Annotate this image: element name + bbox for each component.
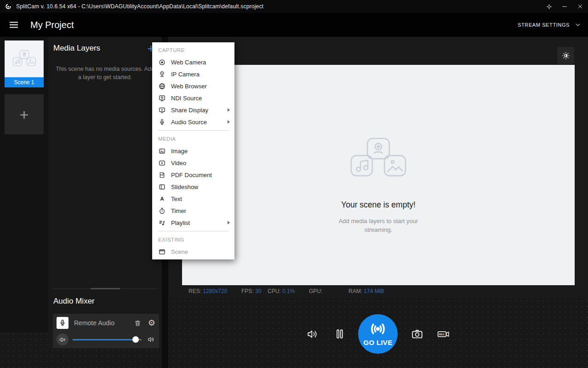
menu-divider — [158, 130, 228, 131]
menu-item-timer[interactable]: Timer — [152, 205, 234, 217]
submenu-arrow-icon — [228, 108, 230, 112]
go-live-button[interactable]: GO LIVE — [358, 314, 398, 354]
window-title: SplitCam v. 10.6.54 x64 - C:\Users\WDAGU… — [16, 3, 263, 10]
menu-item-label: Web Camera — [171, 59, 206, 66]
submenu-arrow-icon — [228, 221, 230, 224]
scenes-sidebar: Scene 1 + — [0, 37, 48, 332]
slideshow-icon — [158, 183, 166, 191]
menu-item-label: Scene — [171, 248, 188, 255]
app-header: My Project STREAM SETTINGS — [0, 13, 588, 37]
broadcast-icon — [368, 322, 388, 336]
title-bar: SplitCam v. 10.6.54 x64 - C:\Users\WDAGU… — [0, 0, 588, 13]
menu-item-label: Slideshow — [171, 184, 198, 190]
menu-item-label: Share Display — [171, 107, 208, 114]
speaker-muted-icon — [59, 336, 67, 344]
hamburger-menu-button[interactable] — [4, 17, 24, 33]
menu-section-header: CAPTURE — [152, 44, 234, 56]
scene-icon — [158, 248, 166, 256]
audio-source-icon — [158, 118, 166, 126]
menu-item-label: Web Browser — [171, 83, 207, 90]
ndi-source-icon — [158, 94, 166, 102]
close-button[interactable] — [572, 0, 588, 13]
panel-resize-handle[interactable] — [91, 288, 120, 289]
audio-source-name: Remote Audio — [74, 319, 114, 327]
pause-button[interactable] — [333, 328, 346, 340]
scene-item[interactable]: Scene 1 — [5, 40, 44, 87]
stream-settings-label: STREAM SETTINGS — [518, 22, 570, 28]
playlist-icon — [158, 219, 166, 227]
menu-item-share-display[interactable]: Share Display — [152, 104, 234, 116]
video-icon — [158, 159, 166, 167]
audio-mixer-item: Remote Audio ⚙ — [53, 314, 159, 348]
volume-slider[interactable] — [73, 339, 142, 340]
stat-item: CPU: 0.1% — [268, 288, 295, 294]
menu-item-slideshow[interactable]: Slideshow — [152, 181, 234, 193]
empty-scene-title: Your scene is empty! — [341, 200, 416, 210]
text-icon — [158, 195, 166, 203]
timer-icon — [158, 207, 166, 215]
media-layers-title: Media Layers — [53, 44, 100, 53]
menu-item-image[interactable]: Image — [152, 145, 234, 157]
menu-item-pdf-document[interactable]: PDF Document — [152, 169, 234, 181]
stats-bar: RES: 1280x720FPS: 30CPU: 0.1%GPU: RAM: 1… — [168, 285, 588, 298]
audio-settings-gear-icon[interactable]: ⚙ — [148, 319, 155, 327]
stat-item: GPU: — [309, 288, 322, 294]
stat-item: RAM: 174 MiB — [348, 288, 384, 294]
scene-thumbnail[interactable] — [5, 40, 44, 77]
go-live-label: GO LIVE — [364, 339, 393, 346]
speaker-loud-icon — [147, 335, 155, 344]
media-layers-empty-message: This scene has no media sources. Add a l… — [55, 65, 155, 81]
record-button[interactable] — [436, 328, 451, 341]
menu-item-scene[interactable]: Scene — [152, 246, 234, 258]
menu-item-label: Timer — [171, 207, 186, 214]
menu-item-video[interactable]: Video — [152, 157, 234, 169]
image-icon — [158, 147, 166, 155]
web-camera-icon — [158, 58, 166, 66]
scene-preview-canvas[interactable]: Your scene is empty! Add media layers to… — [182, 65, 575, 285]
media-layers-panel: Media Layers + This scene has no media s… — [48, 37, 162, 348]
stream-settings-button[interactable]: STREAM SETTINGS — [518, 21, 582, 29]
add-scene-button[interactable]: + — [5, 94, 44, 134]
menu-item-label: PDF Document — [171, 172, 212, 178]
pin-button[interactable] — [541, 0, 557, 13]
menu-item-web-browser[interactable]: Web Browser — [152, 80, 234, 92]
chevron-down-icon — [574, 21, 582, 29]
audio-mixer-title: Audio Mixer — [53, 297, 95, 306]
volume-slider-knob[interactable] — [132, 336, 139, 343]
brightness-toggle-button[interactable] — [557, 47, 574, 64]
menu-item-text[interactable]: Text — [152, 193, 234, 205]
page-title: My Project — [30, 20, 74, 30]
menu-divider — [158, 231, 228, 231]
add-media-menu: CAPTUREWeb CameraIP CameraWeb BrowserNDI… — [152, 42, 234, 259]
menu-item-ndi-source[interactable]: NDI Source — [152, 92, 234, 104]
menu-item-label: Text — [171, 196, 182, 202]
stat-item: RES: 1280x720 — [188, 288, 227, 294]
app-logo-icon — [4, 2, 12, 11]
volume-slider-fill — [73, 339, 136, 340]
menu-item-audio-source[interactable]: Audio Source — [152, 116, 234, 128]
submenu-arrow-icon — [228, 120, 230, 124]
scene-placeholder-icon — [10, 50, 39, 68]
minimize-button[interactable] — [557, 0, 572, 13]
menu-item-label: IP Camera — [171, 71, 200, 78]
stat-item: FPS: 30 — [241, 288, 261, 294]
scene-name-badge: Scene 1 — [5, 77, 44, 87]
menu-item-label: NDI Source — [171, 95, 202, 102]
menu-section-header: MEDIA — [152, 133, 234, 145]
pdf-document-icon — [158, 171, 166, 179]
menu-item-label: Image — [171, 148, 188, 155]
menu-item-web-camera[interactable]: Web Camera — [152, 56, 234, 68]
menu-item-label: Audio Source — [171, 119, 207, 126]
share-display-icon — [158, 106, 166, 114]
delete-audio-source-button[interactable] — [134, 319, 142, 327]
mute-toggle-button[interactable] — [57, 334, 69, 345]
audio-monitor-button[interactable] — [306, 328, 320, 341]
menu-item-playlist[interactable]: Playlist — [152, 217, 234, 229]
menu-item-label: Video — [171, 160, 186, 167]
panel-resize-divider[interactable] — [53, 288, 157, 289]
menu-item-ip-camera[interactable]: IP Camera — [152, 68, 234, 80]
empty-scene-subtitle: Add media layers to start your streaming… — [332, 217, 424, 235]
empty-scene-icon — [344, 138, 413, 181]
sun-icon — [561, 51, 571, 60]
snapshot-button[interactable] — [411, 328, 424, 341]
